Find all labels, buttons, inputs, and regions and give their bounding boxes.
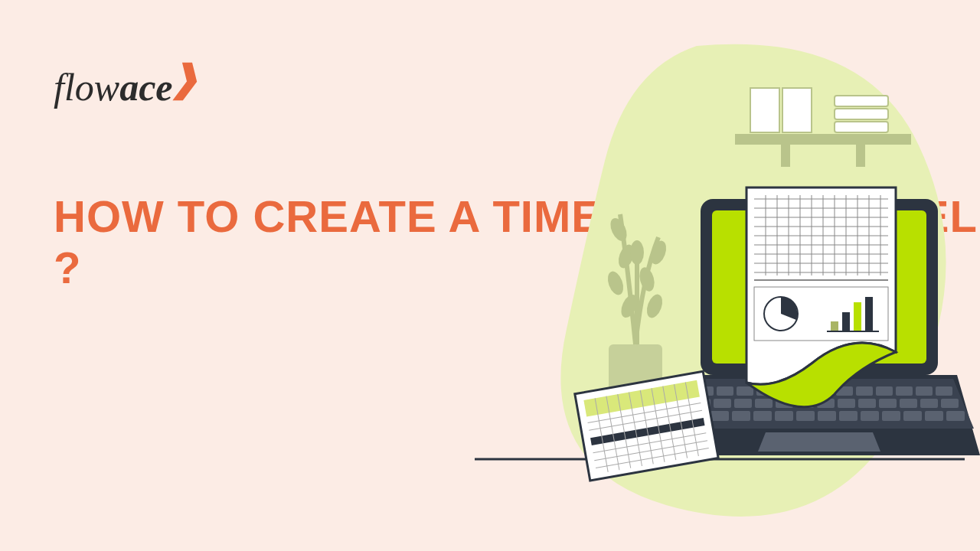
svg-rect-30 [896,386,913,396]
svg-rect-83 [842,312,850,331]
svg-rect-21 [717,386,733,396]
brand-logo: flowace❱ [54,65,204,109]
svg-rect-43 [900,399,917,408]
svg-rect-42 [879,399,897,408]
svg-rect-54 [861,411,879,421]
svg-rect-4 [782,88,812,132]
svg-rect-29 [876,386,893,396]
svg-rect-36 [755,399,773,408]
svg-rect-50 [775,411,793,421]
svg-rect-34 [714,399,731,408]
svg-rect-84 [854,302,861,331]
svg-rect-32 [936,386,952,396]
svg-rect-49 [753,411,772,421]
svg-rect-22 [737,386,753,396]
svg-rect-51 [796,411,815,421]
svg-rect-58 [946,411,965,421]
svg-rect-5 [835,96,888,106]
svg-rect-40 [838,399,855,408]
logo-text-flow: flow [54,66,119,109]
svg-rect-56 [903,411,922,421]
svg-rect-55 [882,411,900,421]
svg-rect-41 [858,399,876,408]
svg-rect-1 [781,144,790,167]
laptop-spreadsheet-illustration [429,0,980,551]
svg-rect-28 [856,386,873,396]
logo-text-ace: ace [119,66,172,109]
svg-rect-52 [818,411,836,421]
svg-rect-2 [856,144,865,167]
svg-rect-53 [839,411,858,421]
svg-rect-6 [835,109,888,119]
svg-rect-3 [750,88,779,132]
svg-rect-44 [920,399,938,408]
svg-rect-0 [735,134,911,145]
svg-rect-82 [831,321,838,331]
svg-rect-85 [865,297,873,331]
logo-swoosh-icon: ❱ [169,57,200,99]
svg-rect-79 [754,279,888,281]
svg-rect-47 [710,411,729,421]
svg-rect-31 [916,386,933,396]
svg-rect-57 [925,411,943,421]
svg-rect-45 [941,399,959,408]
svg-rect-7 [835,122,888,132]
svg-rect-35 [734,399,752,408]
svg-point-16 [630,240,644,265]
svg-rect-48 [732,411,750,421]
